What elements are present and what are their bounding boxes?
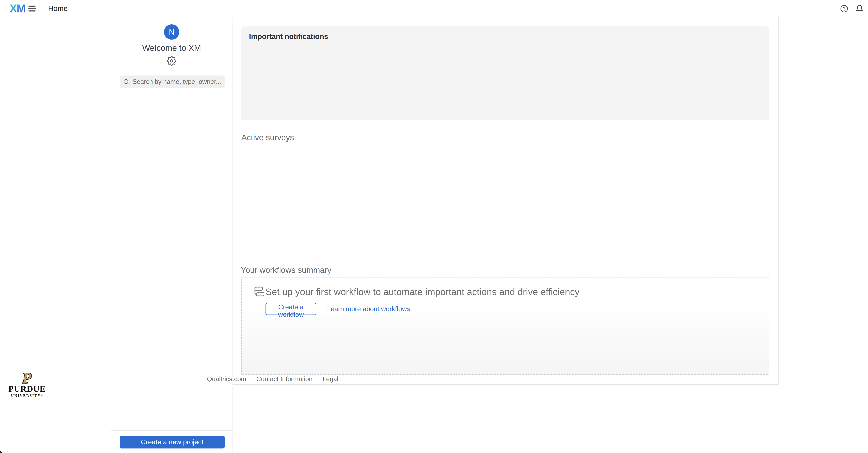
purdue-wordmark: PURDUE: [8, 385, 45, 393]
svg-text:P: P: [22, 370, 32, 386]
workflow-headline: Set up your first workflow to automate i…: [266, 286, 580, 298]
nav-home-label[interactable]: Home: [48, 4, 68, 13]
topbar-icon-group: [840, 0, 864, 18]
footer-link-qualtrics[interactable]: Qualtrics.com: [207, 375, 246, 383]
create-new-project-button[interactable]: Create a new project: [120, 435, 225, 449]
top-navigation-bar: XM Home: [0, 0, 868, 18]
learn-more-workflows-link[interactable]: Learn more about workflows: [320, 303, 417, 315]
footer-links: Qualtrics.com Contact Information Legal: [207, 375, 338, 383]
important-notifications-panel: Important notifications: [241, 26, 769, 120]
search-input[interactable]: [132, 78, 221, 85]
sidebar-footer-divider: [111, 430, 232, 430]
purdue-university-wordmark: UNIVERSITY®: [8, 393, 45, 398]
workflow-blocks-icon: [252, 286, 264, 298]
important-notifications-title: Important notifications: [249, 32, 762, 41]
screen-corner-artifact: [0, 450, 3, 453]
project-search-box: [120, 76, 225, 88]
search-icon: [123, 79, 129, 85]
settings-gear-icon[interactable]: [167, 56, 177, 66]
active-surveys-title: Active surveys: [241, 132, 294, 142]
avatar[interactable]: N: [164, 24, 179, 40]
main-content: Important notifications Active surveys Y…: [233, 18, 778, 453]
xm-brand-logo[interactable]: XM: [9, 2, 26, 15]
hamburger-menu-icon[interactable]: [28, 6, 36, 11]
purdue-university-logo: P PURDUE UNIVERSITY®: [8, 370, 45, 398]
sidebar: N Welcome to XM Create a new project: [111, 18, 232, 453]
create-workflow-button[interactable]: Create a workflow: [266, 303, 316, 315]
help-icon[interactable]: [840, 5, 848, 13]
main-right-border: [778, 18, 779, 385]
avatar-initial: N: [169, 28, 175, 36]
footer-divider: [233, 384, 778, 385]
purdue-p-mark: P: [16, 370, 37, 386]
footer-link-contact[interactable]: Contact Information: [256, 375, 312, 383]
workflows-summary-title: Your workflows summary: [241, 265, 332, 275]
notifications-bell-icon[interactable]: [856, 5, 864, 13]
workflow-actions-row: Create a workflow Learn more about workf…: [266, 303, 417, 315]
registered-mark: ®: [41, 394, 42, 397]
welcome-title: Welcome to XM: [111, 43, 232, 53]
footer-link-legal[interactable]: Legal: [322, 375, 338, 383]
workflows-empty-state-panel: Set up your first workflow to automate i…: [241, 277, 769, 375]
